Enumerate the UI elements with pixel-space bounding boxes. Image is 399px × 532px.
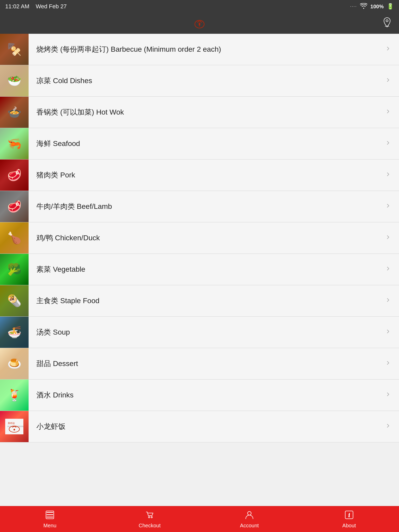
menu-item-image-soup: 🍜 [0, 317, 29, 348]
svg-rect-9 [46, 514, 53, 515]
menu-item-chevron-drinks [385, 391, 399, 399]
menu-item-pork[interactable]: 🥩猪肉类 Pork [0, 159, 399, 191]
tab-checkout-label: Checkout [139, 523, 161, 529]
menu-item-chevron-chicken [385, 234, 399, 242]
menu-item-label-seafood: 海鲜 Seafood [29, 138, 385, 149]
battery-icon: 🔋 [387, 3, 394, 10]
menu-item-label-lobster: 小龙虾饭 [29, 421, 385, 431]
menu-item-label-dessert: 甜品 Dessert [29, 358, 385, 369]
tab-menu-label: Menu [43, 523, 56, 529]
signal-icon: ···· [350, 4, 357, 9]
menu-item-image-lobster: 美邻达 OLD DINING ROOM [0, 411, 29, 442]
menu-item-image-veg: 🥦 [0, 254, 29, 285]
menu-item-chevron-beef [385, 202, 399, 211]
menu-item-lobster[interactable]: 美邻达 OLD DINING ROOM 小龙虾饭 [0, 411, 399, 442]
menu-item-image-staple: 🌯 [0, 285, 29, 316]
status-time-date: 11:02 AM Wed Feb 27 [5, 3, 67, 10]
menu-item-drinks[interactable]: 🍹酒水 Drinks [0, 380, 399, 411]
menu-item-label-soup: 汤类 Soup [29, 327, 385, 337]
svg-point-13 [151, 516, 152, 518]
status-date: Wed Feb 27 [36, 3, 66, 10]
tab-menu[interactable]: Menu [0, 507, 100, 531]
header-logo [192, 17, 207, 30]
menu-item-beef[interactable]: 🥩牛肉/羊肉类 Beef/Lamb [0, 191, 399, 222]
tab-account[interactable]: Account [200, 507, 299, 531]
status-right: ···· 100% 🔋 [350, 3, 394, 10]
menu-item-dessert[interactable]: 🍮甜品 Dessert [0, 348, 399, 380]
menu-item-image-seafood: 🦐 [0, 128, 29, 159]
menu-item-image-chicken: 🍗 [0, 222, 29, 254]
about-tab-icon: i [344, 510, 354, 521]
menu-item-image-dessert: 🍮 [0, 348, 29, 379]
menu-item-seafood[interactable]: 🦐海鲜 Seafood [0, 128, 399, 159]
menu-item-chicken[interactable]: 🍗鸡/鸭 Chicken/Duck [0, 222, 399, 254]
location-icon[interactable] [381, 17, 393, 30]
svg-point-12 [149, 516, 150, 518]
menu-item-chevron-soup [385, 328, 399, 336]
menu-item-chevron-pork [385, 171, 399, 179]
menu-list: 🍢烧烤类 (每份两串起订) Barbecue (Minimum order 2 … [0, 34, 399, 506]
svg-rect-8 [46, 512, 53, 513]
menu-item-label-beef: 牛肉/羊肉类 Beef/Lamb [29, 201, 385, 211]
menu-item-image-beef: 🥩 [0, 191, 29, 222]
menu-item-image-pork: 🥩 [0, 159, 29, 191]
menu-item-label-drinks: 酒水 Drinks [29, 390, 385, 400]
status-time: 11:02 AM [5, 3, 29, 10]
app-header [0, 13, 399, 34]
svg-point-14 [248, 511, 251, 515]
svg-point-1 [199, 24, 200, 25]
menu-item-label-chicken: 鸡/鸭 Chicken/Duck [29, 233, 385, 243]
menu-item-chevron-dessert [385, 360, 399, 368]
menu-item-image-cold: 🥗 [0, 65, 29, 96]
menu-item-bbq[interactable]: 🍢烧烤类 (每份两串起订) Barbecue (Minimum order 2 … [0, 34, 399, 65]
svg-point-7 [14, 429, 15, 430]
menu-item-chevron-hotwok [385, 108, 399, 116]
menu-item-image-hotwok: 🍲 [0, 97, 29, 128]
tab-checkout[interactable]: Checkout [100, 507, 200, 531]
menu-item-image-drinks: 🍹 [0, 380, 29, 411]
menu-item-chevron-staple [385, 297, 399, 305]
menu-item-label-bbq: 烧烤类 (每份两串起订) Barbecue (Minimum order 2 e… [29, 44, 385, 54]
menu-item-chevron-cold [385, 77, 399, 85]
checkout-tab-icon [145, 510, 155, 521]
svg-text:美邻达: 美邻达 [8, 422, 15, 424]
menu-item-staple[interactable]: 🌯主食类 Staple Food [0, 285, 399, 317]
menu-item-chevron-lobster [385, 422, 399, 431]
account-tab-icon [244, 510, 254, 521]
menu-item-cold[interactable]: 🥗凉菜 Cold Dishes [0, 65, 399, 97]
menu-tab-icon [45, 510, 55, 521]
menu-item-label-pork: 猪肉类 Pork [29, 170, 385, 180]
menu-item-label-cold: 凉菜 Cold Dishes [29, 76, 385, 86]
menu-item-image-bbq: 🍢 [0, 34, 29, 65]
menu-item-soup[interactable]: 🍜汤类 Soup [0, 317, 399, 348]
tab-account-label: Account [240, 523, 259, 529]
tab-about-label: About [342, 523, 356, 529]
menu-item-label-veg: 素菜 Vegetable [29, 264, 385, 274]
menu-item-chevron-veg [385, 265, 399, 274]
svg-text:i: i [348, 512, 350, 518]
menu-item-veg[interactable]: 🥦素菜 Vegetable [0, 254, 399, 285]
menu-item-chevron-bbq [385, 45, 399, 54]
status-bar: 11:02 AM Wed Feb 27 ···· 100% 🔋 [0, 0, 399, 13]
menu-item-label-staple: 主食类 Staple Food [29, 296, 385, 306]
battery-indicator: 100% [370, 4, 384, 10]
svg-point-2 [386, 20, 388, 22]
wifi-icon [360, 3, 367, 10]
menu-item-label-hotwok: 香锅类 (可以加菜) Hot Wok [29, 107, 385, 117]
tab-bar: Menu Checkout Account i About [0, 506, 399, 532]
svg-rect-10 [46, 517, 53, 517]
menu-item-hotwok[interactable]: 🍲香锅类 (可以加菜) Hot Wok [0, 97, 399, 128]
tab-about[interactable]: i About [299, 507, 399, 531]
menu-item-chevron-seafood [385, 139, 399, 148]
